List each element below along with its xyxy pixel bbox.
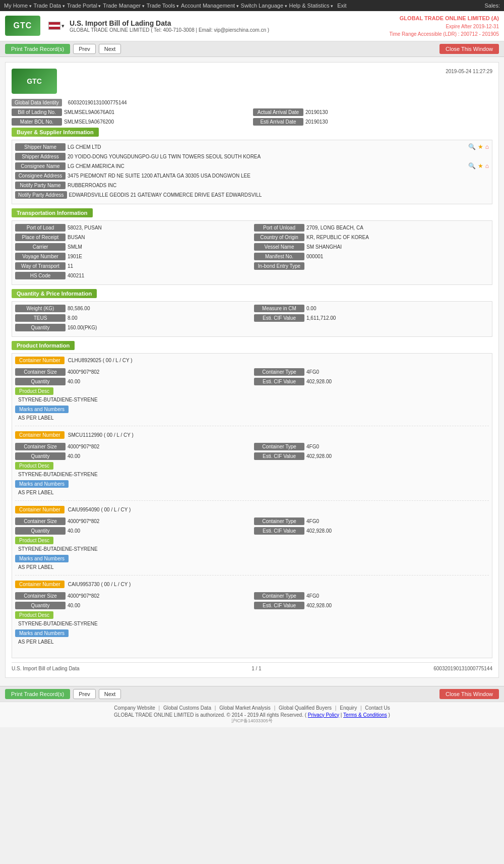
quantity-value: 160.00(PKG) xyxy=(68,325,489,330)
nav-trade-tools[interactable]: Trade Tools xyxy=(147,3,179,9)
top-action-bar: Print Trade Record(s) Prev Next Close Th… xyxy=(0,41,504,57)
footer-divider-1: | xyxy=(159,705,161,711)
nav-account-management[interactable]: Account Management xyxy=(181,3,239,9)
container-qty-col-1: Quantity 40.00 xyxy=(15,452,250,460)
bottom-prev-button[interactable]: Prev xyxy=(73,689,96,699)
home-icon[interactable]: ⌂ xyxy=(485,143,489,150)
quantity-price-title: Quantity & Price Information xyxy=(12,289,97,298)
product-desc-badge-3: Product Desc xyxy=(15,611,53,619)
company-website-link[interactable]: Company Website xyxy=(114,705,155,711)
container-number-badge-3: Container Number CAIU9953730 ( 00 / L / … xyxy=(15,581,489,590)
voyage-col: Voyage Number 1901E xyxy=(15,253,250,260)
measure-col: Measure in CM 0.00 xyxy=(254,305,489,312)
container-size-row-2: Container Size 4000*907*802 Container Ty… xyxy=(15,517,489,525)
nav-trade-manager[interactable]: Trade Manager xyxy=(103,3,144,9)
port-unload-value: 2709, LONG BEACH, CA xyxy=(306,225,489,231)
terms-link[interactable]: Terms & Conditions xyxy=(343,712,387,718)
consignee-search-icon[interactable]: 🔍 xyxy=(468,162,476,169)
product-desc-value-0: STYRENE-BUTADIENE-STYRENE xyxy=(15,396,489,404)
port-unload-col: Port of Unload 2709, LONG BEACH, CA xyxy=(254,224,489,232)
consignee-home-icon[interactable]: ⌂ xyxy=(485,162,489,169)
enquiry-link[interactable]: Enquiry xyxy=(340,705,357,711)
flag-dropdown-icon[interactable]: ▾ xyxy=(61,23,65,29)
container-qty-label-1: Quantity xyxy=(15,452,66,460)
us-flag xyxy=(48,22,60,30)
consignee-star-icon[interactable]: ★ xyxy=(478,162,483,169)
prev-button[interactable]: Prev xyxy=(73,44,96,54)
esti-arrival-value: 20190130 xyxy=(305,119,492,125)
shipper-address-value: 20 YOIDO-DONG YOUNGDUNGPO-GU LG TWIN TOW… xyxy=(68,154,489,159)
gtc-name: GLOBAL TRADE ONLINE LIMITED (A) xyxy=(389,14,499,23)
container-size-label-2: Container Size xyxy=(15,517,66,525)
consignee-name-label: Consignee Name xyxy=(15,162,66,170)
nav-my-home[interactable]: My Home xyxy=(4,3,32,9)
master-bol-label: Mater BOL No. xyxy=(12,118,62,126)
container-cif-value-3: 402,928.00 xyxy=(306,603,489,608)
container-qty-label-3: Quantity xyxy=(15,602,66,609)
nav-switch-language[interactable]: Switch Language xyxy=(241,3,287,9)
header-title-area: U.S. Import Bill of Lading Data GLOBAL T… xyxy=(70,19,389,33)
global-buyers-link[interactable]: Global Qualified Buyers xyxy=(279,705,332,711)
global-market-link[interactable]: Global Market Analysis xyxy=(219,705,271,711)
container-cif-col-0: Esti. CIF Value 402,928.00 xyxy=(254,378,489,385)
product-desc-area-2: Product Desc STYRENE-BUTADIENE-STYRENE xyxy=(15,537,489,553)
port-load-col: Port of Load 58023, PUSAN xyxy=(15,224,250,232)
logo: GTC xyxy=(5,16,40,36)
container-number-value-0: CLHU8929025 ( 00 / L / CY ) xyxy=(68,358,133,363)
next-button[interactable]: Next xyxy=(99,44,121,54)
container-qty-label-0: Quantity xyxy=(15,378,66,385)
manifest-label: Manifest No. xyxy=(254,253,304,260)
global-customs-link[interactable]: Global Customs Data xyxy=(163,705,211,711)
teus-label: TEUS xyxy=(15,314,66,322)
logo-area: GTC xyxy=(5,16,40,36)
bottom-close-button[interactable]: Close This Window xyxy=(439,689,499,699)
bottom-next-button[interactable]: Next xyxy=(99,689,121,699)
notify-party-name-value: RUBBERROADS INC xyxy=(68,183,489,188)
consignee-address-label: Consignee Address xyxy=(15,172,66,180)
master-bol-row: Mater BOL No. SMLMSEL9A0676200 Esti Arri… xyxy=(12,118,492,126)
container-badge-label-0: Container Number xyxy=(15,357,65,364)
product-block-0: Container Number CLHU8929025 ( 00 / L / … xyxy=(15,357,489,426)
container-qty-row-0: Quantity 40.00 Esti. CIF Value 402,928.0… xyxy=(15,378,489,385)
container-cif-value-0: 402,928.00 xyxy=(306,379,489,384)
bottom-print-button[interactable]: Print Trade Record(s) xyxy=(5,689,70,699)
way-transport-col: Way of Transport 11 xyxy=(15,262,250,270)
qp-row-1: Weight (KG) 80,586.00 Measure in CM 0.00 xyxy=(15,305,489,312)
marks-area-1: Marks and Numbers AS PER LABEL xyxy=(15,480,489,496)
container-size-label-1: Container Size xyxy=(15,443,66,450)
bottom-action-bar: Print Trade Record(s) Prev Next Close Th… xyxy=(0,686,504,702)
transport-row-2: Place of Receipt BUSAN Country of Origin… xyxy=(15,234,489,241)
container-size-value-1: 4000*907*802 xyxy=(68,444,250,449)
container-type-label-0: Container Type xyxy=(254,368,304,376)
transportation-section: Transportation Information Port of Load … xyxy=(12,208,492,285)
product-desc-area-1: Product Desc STYRENE-BUTADIENE-STYRENE xyxy=(15,462,489,478)
nav-help-statistics[interactable]: Help & Statistics xyxy=(289,3,334,9)
quantity-label: Quantity xyxy=(15,324,66,331)
expire-date: Expire After 2019-12-31 xyxy=(389,23,499,30)
nav-exit[interactable]: Exit xyxy=(337,3,346,9)
doc-footer: U.S. Import Bill of Lading Data 1 / 1 60… xyxy=(12,662,492,671)
main-content: GTC 2019-05-24 11:27:29 Global Data Iden… xyxy=(0,57,504,686)
doc-footer-right: 600320190131000775144 xyxy=(433,666,492,671)
star-icon[interactable]: ★ xyxy=(478,143,483,150)
container-qty-value-2: 40.00 xyxy=(68,528,250,534)
search-icon[interactable]: 🔍 xyxy=(468,143,476,150)
container-cif-value-1: 402,928.00 xyxy=(306,453,489,459)
actual-arrival-label: Actual Arrival Date xyxy=(253,108,303,116)
print-button[interactable]: Print Trade Record(s) xyxy=(5,44,70,54)
bol-row: Bill of Lading No. SMLMSEL9A0676A01 Actu… xyxy=(12,108,492,116)
container-size-value-2: 4000*907*802 xyxy=(68,519,250,524)
contact-link[interactable]: Contact Us xyxy=(365,705,390,711)
container-qty-col-3: Quantity 40.00 xyxy=(15,602,250,609)
close-button[interactable]: Close This Window xyxy=(439,44,499,54)
nav-trade-data[interactable]: Trade Data xyxy=(34,3,65,9)
flag-selector[interactable]: ▾ xyxy=(48,22,65,30)
container-size-col-2: Container Size 4000*907*802 xyxy=(15,517,250,525)
nav-trade-portal[interactable]: Trade Portal xyxy=(67,3,101,9)
product-desc-value-1: STYRENE-BUTADIENE-STYRENE xyxy=(15,471,489,478)
copyright-text: GLOBAL TRADE ONLINE LIMITED is authorize… xyxy=(5,712,499,718)
marks-value-3: AS PER LABEL xyxy=(15,638,489,646)
privacy-link[interactable]: Privacy Policy xyxy=(308,712,339,718)
transport-row-5: Way of Transport 11 In-bond Entry Type xyxy=(15,262,489,270)
container-size-label-3: Container Size xyxy=(15,592,66,600)
